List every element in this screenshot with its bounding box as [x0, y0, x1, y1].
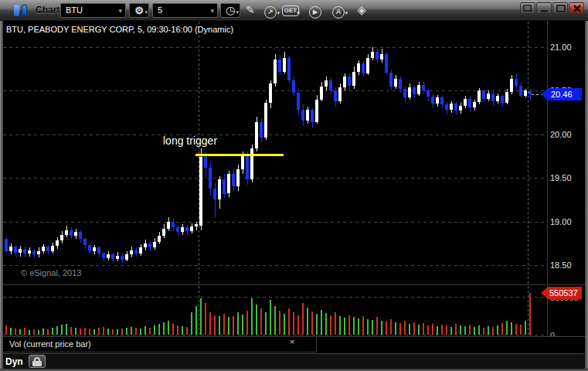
- trigger-line[interactable]: [195, 154, 284, 156]
- candlestick: [65, 230, 68, 235]
- candlestick: [297, 93, 300, 111]
- candlestick: [56, 240, 59, 246]
- chart-canvas[interactable]: 21.0020.5020.0019.5019.0018.50500000014:…: [0, 0, 588, 371]
- chevron-down-icon[interactable]: ▾: [210, 5, 214, 18]
- candlestick: [482, 90, 485, 98]
- chevron-down-icon: ▾: [297, 9, 300, 17]
- volume-bar: [219, 316, 220, 335]
- candlestick: [209, 168, 212, 189]
- volume-bar: [455, 324, 457, 335]
- candlestick: [148, 243, 151, 248]
- candlestick: [357, 63, 360, 71]
- volume-bar: [93, 329, 95, 335]
- candlestick: [88, 245, 91, 251]
- candlestick: [468, 99, 471, 107]
- axis-border: [547, 21, 548, 352]
- get-data-button[interactable]: GET ▾: [282, 5, 299, 16]
- minimize-button[interactable]: [536, 2, 552, 14]
- candlestick: [144, 243, 147, 248]
- volume-bar: [15, 328, 16, 335]
- volume-bar: [158, 324, 160, 335]
- time-axis-row[interactable]: Dyn: [3, 353, 585, 369]
- volume-bar: [24, 328, 25, 335]
- candlestick: [510, 79, 513, 92]
- interval-input[interactable]: 5▾: [152, 3, 218, 18]
- candlestick: [93, 247, 96, 251]
- annotation-a-icon: A: [332, 6, 345, 19]
- close-button[interactable]: [569, 2, 584, 14]
- dyn-mode-label: Dyn: [5, 356, 23, 367]
- volume-bar: [297, 315, 299, 335]
- volume-bar: [172, 323, 174, 335]
- trend-tool-button[interactable]: ↗ ▾: [263, 3, 278, 19]
- volume-bar: [274, 306, 276, 335]
- candlestick: [515, 79, 518, 86]
- candlestick: [195, 224, 198, 226]
- volume-bar: [478, 325, 480, 335]
- chart-app-icon: [14, 5, 29, 16]
- candlestick: [320, 87, 323, 100]
- trigger-annotation-label[interactable]: long trigger: [163, 134, 217, 147]
- candlestick: [315, 100, 318, 122]
- volume-bar: [154, 325, 155, 335]
- chevron-down-icon: ▾: [345, 6, 348, 20]
- candlestick: [23, 249, 26, 254]
- symbol-input[interactable]: BTU▾: [60, 3, 126, 18]
- draw-tool-button[interactable]: ✎: [243, 3, 258, 17]
- candlestick: [436, 97, 439, 104]
- dock-window-button[interactable]: [520, 2, 535, 14]
- candlestick: [352, 72, 355, 86]
- candlestick: [139, 247, 142, 254]
- volume-bar: [149, 328, 151, 335]
- eraser-button[interactable]: ◈: [354, 3, 369, 17]
- volume-bar: [446, 325, 447, 335]
- volume-bar: [191, 312, 192, 335]
- maximize-button[interactable]: [552, 2, 568, 14]
- candlestick: [42, 247, 45, 251]
- play-button[interactable]: ▶: [308, 3, 323, 19]
- candlestick: [292, 80, 295, 93]
- symbol-lookup-button[interactable]: ⚙ ▾: [129, 3, 149, 18]
- volume-bar: [131, 327, 132, 335]
- candlestick: [37, 251, 40, 255]
- chevron-down-icon: ▾: [144, 5, 148, 19]
- minimize-icon: [537, 3, 552, 15]
- candlestick: [478, 90, 481, 102]
- candlestick: [5, 239, 8, 251]
- volume-pane-tab[interactable]: Vol (current price bar) ×: [3, 337, 317, 352]
- volume-bar: [321, 310, 322, 335]
- volume-bar: [474, 327, 475, 335]
- candlestick: [79, 232, 82, 239]
- lock-button[interactable]: [29, 355, 46, 368]
- volume-bar: [529, 293, 531, 335]
- volume-bar: [126, 328, 127, 335]
- last-price-badge: 20.46: [541, 88, 585, 100]
- interval-button[interactable]: ◷ ▾: [220, 3, 240, 18]
- candlestick: [241, 156, 244, 169]
- candlestick: [269, 83, 272, 103]
- auto-annotation-button[interactable]: A ▾: [331, 3, 346, 19]
- volume-bar: [10, 328, 12, 335]
- candlestick: [278, 60, 281, 72]
- candlestick: [250, 148, 253, 180]
- volume-bar: [256, 305, 257, 335]
- panel-separator: [3, 284, 585, 285]
- volume-bar: [423, 323, 424, 335]
- volume-bar: [228, 317, 229, 335]
- close-icon[interactable]: ×: [290, 337, 294, 346]
- candlestick: [46, 247, 49, 251]
- volume-bar: [251, 298, 253, 335]
- volume-bar: [409, 324, 410, 335]
- candlestick: [190, 226, 193, 231]
- volume-bar: [80, 328, 81, 335]
- window-title: Chart: [36, 5, 59, 15]
- volume-bar: [70, 327, 72, 335]
- candlestick: [158, 236, 161, 242]
- window-border: [585, 21, 588, 371]
- candlestick: [185, 227, 189, 231]
- chevron-down-icon[interactable]: ▾: [118, 5, 122, 18]
- candlestick: [389, 73, 393, 87]
- volume-pane-tab-label: Vol (current price bar): [9, 339, 91, 349]
- trend-line-icon: ↗: [264, 6, 277, 19]
- candlestick: [450, 104, 453, 110]
